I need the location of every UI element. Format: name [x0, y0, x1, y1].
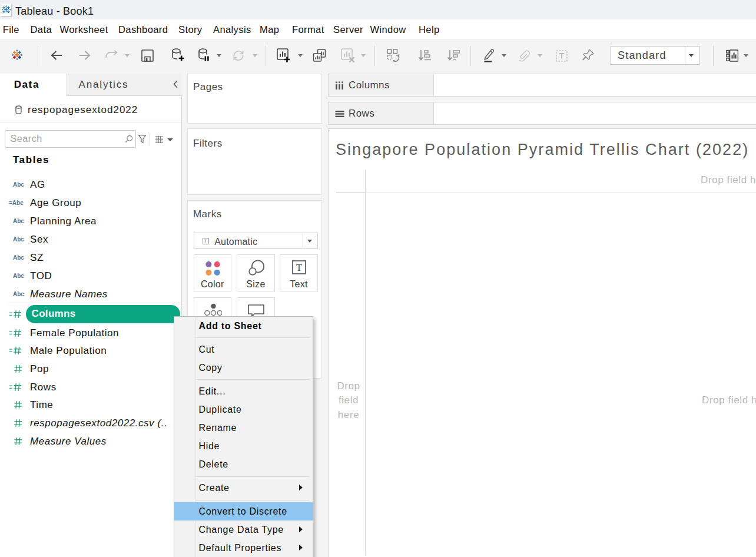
svg-text:T: T: [296, 262, 303, 273]
